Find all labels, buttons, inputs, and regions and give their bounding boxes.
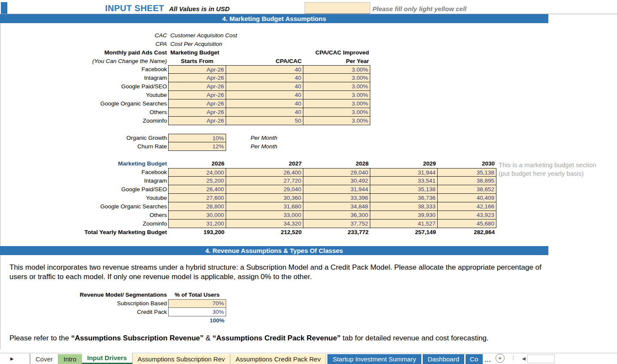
tab-intro[interactable]: Intro bbox=[58, 354, 82, 364]
sheet-nav-zone[interactable]: ▶ bbox=[0, 353, 30, 364]
budget-cell[interactable]: 38,333 bbox=[370, 202, 438, 211]
add-sheet-button[interactable]: + bbox=[496, 354, 505, 363]
tab-startup-investment-summary[interactable]: Startup Investment Summary bbox=[327, 354, 421, 364]
budget-cell[interactable]: 41,527 bbox=[370, 220, 438, 228]
cell-starts-from[interactable]: Apr-26 bbox=[168, 74, 226, 82]
tab-assumptions-subscription-rev[interactable]: Assumptions Subscription Rev bbox=[133, 354, 230, 364]
budget-cell[interactable]: 34,320 bbox=[226, 220, 303, 228]
scroll-left-icon[interactable]: ◀ bbox=[522, 356, 526, 361]
year-header: 2026 bbox=[168, 159, 226, 168]
tab-dashboard[interactable]: Dashboard bbox=[423, 354, 464, 364]
budget-cell[interactable]: 36,895 bbox=[438, 177, 496, 185]
budget-cell[interactable]: 30,000 bbox=[168, 211, 226, 220]
sample-yellow-input-cell[interactable] bbox=[305, 2, 370, 14]
budget-cell[interactable]: 33,541 bbox=[370, 177, 438, 185]
budget-cell[interactable]: 36,300 bbox=[303, 211, 370, 220]
cell-cpa-cac[interactable]: 40 bbox=[226, 99, 303, 108]
total-value: 212,520 bbox=[226, 228, 303, 237]
budget-cell[interactable]: 43,923 bbox=[438, 211, 496, 220]
tab-truncated[interactable]: Co bbox=[466, 354, 483, 364]
col-header: Marketing Budget bbox=[168, 48, 226, 57]
budget-cell[interactable]: 31,944 bbox=[370, 168, 438, 177]
budget-cell[interactable]: 42,166 bbox=[438, 202, 496, 211]
budget-cell[interactable]: 31,944 bbox=[303, 185, 370, 194]
organic-growth-cell[interactable]: 10% bbox=[168, 134, 226, 142]
budget-cell[interactable]: 34,848 bbox=[303, 202, 370, 211]
horizontal-scrollbar[interactable]: ◀ bbox=[522, 355, 555, 363]
cell-starts-from[interactable]: Apr-26 bbox=[168, 65, 226, 74]
budget-cell[interactable]: 26,400 bbox=[168, 185, 226, 194]
budget-cell[interactable]: 31,200 bbox=[168, 220, 226, 228]
row-label: Intagram bbox=[0, 177, 168, 185]
churn-unit: Per Month bbox=[251, 142, 277, 151]
budget-cell[interactable]: 39,930 bbox=[370, 211, 438, 220]
budget-cell[interactable]: 25,200 bbox=[168, 177, 226, 185]
budget-cell[interactable]: 35,138 bbox=[370, 185, 438, 194]
budget-cell[interactable]: 28,800 bbox=[168, 202, 226, 211]
cell-improved[interactable]: 3.00% bbox=[303, 99, 370, 108]
budget-cell[interactable]: 29,040 bbox=[226, 185, 303, 194]
budget-cell[interactable]: 45,680 bbox=[438, 220, 496, 228]
abbreviation-legend: CAC Customer Acquisiton Cost CPA Cost Pe… bbox=[0, 31, 340, 48]
cell-improved[interactable]: 3.00% bbox=[303, 91, 370, 99]
budget-cell[interactable]: 29,040 bbox=[303, 168, 370, 177]
tab-input-drivers[interactable]: Input Drivers bbox=[82, 353, 133, 364]
growth-churn-block: Organic Growth 10% Churn Rate 12% bbox=[0, 134, 226, 151]
budget-cell[interactable]: 31,680 bbox=[226, 202, 303, 211]
budget-cell[interactable]: 26,400 bbox=[226, 168, 303, 177]
row-label: Facebook bbox=[0, 168, 168, 177]
budget-cell[interactable]: 30,492 bbox=[303, 177, 370, 185]
cell-improved[interactable]: 3.00% bbox=[303, 108, 370, 117]
cell-improved[interactable]: 3.00% bbox=[303, 117, 370, 125]
ads-cost-table: Facebook Apr-26 40 3.00% Intagram Apr-26… bbox=[0, 65, 370, 125]
col-subheader: (You Can Change the Name) bbox=[0, 57, 168, 66]
budget-cell[interactable]: 38,652 bbox=[438, 185, 496, 194]
row-label: Google Paid/SEO bbox=[0, 82, 168, 91]
tab-label: Startup Investment Summary bbox=[333, 355, 416, 363]
row-label: Youtube bbox=[0, 91, 168, 99]
legend-desc: Cost Per Acquisition bbox=[168, 40, 340, 48]
subscription-pct-cell[interactable]: 70% bbox=[168, 299, 226, 308]
tab-cover[interactable]: Cover bbox=[30, 354, 58, 364]
cell-starts-from[interactable]: Apr-26 bbox=[168, 82, 226, 91]
budget-cell[interactable]: 35,138 bbox=[438, 168, 496, 177]
budget-cell[interactable]: 33,000 bbox=[226, 211, 303, 220]
cell-starts-from[interactable]: Apr-26 bbox=[168, 99, 226, 108]
cell-cpa-cac[interactable]: 40 bbox=[226, 91, 303, 99]
sheet-nav-arrow-icon[interactable]: ▶ bbox=[10, 356, 14, 361]
budget-annotation: This is a marketing budget section (put … bbox=[499, 161, 596, 178]
organic-growth-label: Organic Growth bbox=[0, 134, 168, 142]
tab-label: Assumptions Credit Pack Rev bbox=[236, 355, 321, 363]
cell-starts-from[interactable]: Apr-26 bbox=[168, 91, 226, 99]
churn-rate-cell[interactable]: 12% bbox=[168, 142, 226, 151]
cell-cpa-cac[interactable]: 40 bbox=[226, 65, 303, 74]
cell-starts-from[interactable]: Apr-26 bbox=[168, 108, 226, 117]
budget-cell[interactable]: 37,752 bbox=[303, 220, 370, 228]
budget-cell[interactable]: 40,409 bbox=[438, 194, 496, 202]
cell-starts-from[interactable]: Apr-26 bbox=[168, 117, 226, 125]
col-subheader: Per Year bbox=[303, 57, 370, 66]
budget-cell[interactable]: 27,720 bbox=[226, 177, 303, 185]
cell-improved[interactable]: 3.00% bbox=[303, 82, 370, 91]
scrollbar-track[interactable] bbox=[527, 355, 555, 363]
tab-assumptions-credit-pack-rev[interactable]: Assumptions Credit Pack Rev bbox=[230, 354, 326, 364]
budget-cell[interactable]: 30,360 bbox=[226, 194, 303, 202]
cell-cpa-cac[interactable]: 40 bbox=[226, 74, 303, 82]
budget-cell[interactable]: 33,396 bbox=[303, 194, 370, 202]
cell-cpa-cac[interactable]: 50 bbox=[226, 117, 303, 125]
input-sheet: INPUT SHEET All Values is in USD Please … bbox=[0, 0, 617, 364]
budget-total-row: Total Yearly Marketing Budget 193,200 21… bbox=[0, 228, 496, 237]
yearly-budget-table: Facebook 24,000 26,400 29,040 31,944 35,… bbox=[0, 168, 496, 228]
cell-cpa-cac[interactable]: 40 bbox=[226, 82, 303, 91]
budget-cell[interactable]: 36,736 bbox=[370, 194, 438, 202]
row-label: Facebook bbox=[0, 65, 168, 74]
budget-cell[interactable]: 24,000 bbox=[168, 168, 226, 177]
cell-cpa-cac[interactable]: 40 bbox=[226, 108, 303, 117]
year-header: 2029 bbox=[370, 159, 438, 168]
budget-cell[interactable]: 27,600 bbox=[168, 194, 226, 202]
tabs-overflow-ellipsis[interactable]: ... bbox=[484, 356, 491, 363]
cell-improved[interactable]: 3.00% bbox=[303, 74, 370, 82]
col-header: CPA/CAC Improved bbox=[303, 48, 370, 57]
tab-label: Input Drivers bbox=[87, 354, 127, 361]
cell-improved[interactable]: 3.00% bbox=[303, 65, 370, 74]
